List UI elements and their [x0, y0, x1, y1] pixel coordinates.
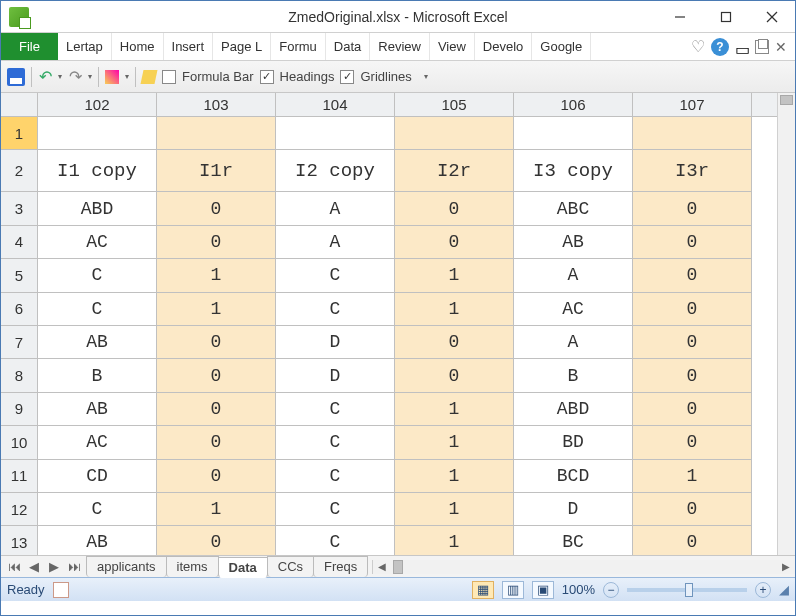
- row-header[interactable]: 1: [1, 117, 38, 150]
- cell[interactable]: C: [38, 493, 157, 526]
- hscroll-right-icon[interactable]: ▶: [777, 561, 795, 572]
- row-header[interactable]: 3: [1, 192, 38, 225]
- sheet-tab-ccs[interactable]: CCs: [267, 556, 314, 577]
- toolbar-overflow-icon[interactable]: ▾: [424, 72, 428, 81]
- row-header[interactable]: 8: [1, 359, 38, 392]
- cell[interactable]: 1: [157, 293, 276, 326]
- cell[interactable]: CD: [38, 460, 157, 493]
- ribbon-tab-home[interactable]: Home: [112, 33, 164, 60]
- cell[interactable]: I1 copy: [38, 150, 157, 192]
- gridlines-checkbox[interactable]: ✓: [340, 70, 354, 84]
- sheet-tab-data[interactable]: Data: [218, 557, 268, 578]
- close-workbook-icon[interactable]: ✕: [775, 39, 787, 55]
- cell[interactable]: 1: [157, 493, 276, 526]
- cell[interactable]: I2r: [395, 150, 514, 192]
- cell[interactable]: 0: [157, 393, 276, 426]
- cell[interactable]: 1: [395, 460, 514, 493]
- zoom-percent[interactable]: 100%: [562, 582, 595, 597]
- cell[interactable]: BD: [514, 426, 633, 459]
- help-icon[interactable]: ?: [711, 38, 729, 56]
- cell[interactable]: AC: [514, 293, 633, 326]
- row-header[interactable]: 10: [1, 426, 38, 459]
- cell[interactable]: [38, 117, 157, 150]
- cell[interactable]: C: [276, 526, 395, 555]
- ribbon-tab-page-l[interactable]: Page L: [213, 33, 271, 60]
- cell[interactable]: 1: [395, 393, 514, 426]
- cell[interactable]: AB: [38, 393, 157, 426]
- view-normal-icon[interactable]: ▦: [472, 581, 494, 599]
- cell[interactable]: B: [514, 359, 633, 392]
- ribbon-tab-view[interactable]: View: [430, 33, 475, 60]
- column-header[interactable]: 105: [395, 93, 514, 116]
- cell[interactable]: ABD: [38, 192, 157, 225]
- maximize-button[interactable]: [703, 2, 749, 32]
- cell[interactable]: AB: [38, 526, 157, 555]
- cell[interactable]: 0: [633, 192, 752, 225]
- cell[interactable]: BCD: [514, 460, 633, 493]
- sheet-nav-last-icon[interactable]: ⏭: [65, 559, 83, 574]
- cell[interactable]: 0: [157, 359, 276, 392]
- cell[interactable]: D: [276, 326, 395, 359]
- cell[interactable]: 1: [633, 460, 752, 493]
- ribbon-tab-google[interactable]: Google: [532, 33, 591, 60]
- minimize-button[interactable]: [657, 2, 703, 32]
- cell[interactable]: 1: [395, 293, 514, 326]
- zoom-slider-thumb[interactable]: [685, 583, 693, 597]
- cell[interactable]: D: [514, 493, 633, 526]
- hscroll-left-icon[interactable]: ◀: [373, 561, 391, 572]
- cell[interactable]: 0: [395, 359, 514, 392]
- grid-body[interactable]: 12I1 copyI1rI2 copyI2rI3 copyI3r3ABD0A0A…: [1, 117, 795, 555]
- cell[interactable]: C: [276, 426, 395, 459]
- minimize-ribbon-icon[interactable]: ▭: [735, 40, 749, 54]
- file-tab[interactable]: File: [1, 33, 58, 60]
- vertical-scrollbar[interactable]: [777, 93, 795, 555]
- ribbon-tab-formu[interactable]: Formu: [271, 33, 326, 60]
- sheet-tab-applicants[interactable]: applicants: [86, 556, 167, 577]
- row-header[interactable]: 4: [1, 226, 38, 259]
- cell[interactable]: 0: [157, 326, 276, 359]
- heart-icon[interactable]: ♡: [691, 37, 705, 56]
- row-header[interactable]: 7: [1, 326, 38, 359]
- row-header[interactable]: 13: [1, 526, 38, 555]
- save-icon[interactable]: [7, 68, 25, 86]
- cell[interactable]: 1: [395, 259, 514, 292]
- cell[interactable]: 1: [395, 526, 514, 555]
- ribbon-tab-data[interactable]: Data: [326, 33, 370, 60]
- cell[interactable]: A: [514, 259, 633, 292]
- formula-bar-checkbox[interactable]: [162, 70, 176, 84]
- cell[interactable]: 0: [157, 426, 276, 459]
- cell[interactable]: AC: [38, 226, 157, 259]
- cell[interactable]: 0: [633, 393, 752, 426]
- cell[interactable]: 0: [633, 493, 752, 526]
- column-header[interactable]: 102: [38, 93, 157, 116]
- cell[interactable]: C: [276, 460, 395, 493]
- select-all-corner[interactable]: [1, 93, 38, 116]
- cell[interactable]: 0: [633, 326, 752, 359]
- cell[interactable]: 0: [157, 226, 276, 259]
- cell[interactable]: C: [38, 293, 157, 326]
- cell[interactable]: [395, 117, 514, 150]
- cell[interactable]: C: [276, 259, 395, 292]
- cell[interactable]: 0: [633, 259, 752, 292]
- cell[interactable]: 0: [633, 426, 752, 459]
- ribbon-tab-review[interactable]: Review: [370, 33, 430, 60]
- ribbon-tab-develo[interactable]: Develo: [475, 33, 532, 60]
- cell[interactable]: 0: [633, 293, 752, 326]
- resize-grip-icon[interactable]: ◢: [779, 582, 789, 597]
- cell[interactable]: B: [38, 359, 157, 392]
- cell[interactable]: 1: [157, 259, 276, 292]
- cell[interactable]: A: [276, 192, 395, 225]
- cell[interactable]: 0: [633, 526, 752, 555]
- cell[interactable]: ABC: [514, 192, 633, 225]
- cell[interactable]: [157, 117, 276, 150]
- cell[interactable]: I2 copy: [276, 150, 395, 192]
- row-header[interactable]: 12: [1, 493, 38, 526]
- cell[interactable]: I3 copy: [514, 150, 633, 192]
- hscroll-thumb[interactable]: [393, 560, 403, 574]
- horizontal-scrollbar[interactable]: ◀ ▶: [372, 560, 795, 574]
- cell[interactable]: A: [276, 226, 395, 259]
- cell[interactable]: [514, 117, 633, 150]
- cell[interactable]: C: [276, 393, 395, 426]
- cell[interactable]: [633, 117, 752, 150]
- row-header[interactable]: 2: [1, 150, 38, 192]
